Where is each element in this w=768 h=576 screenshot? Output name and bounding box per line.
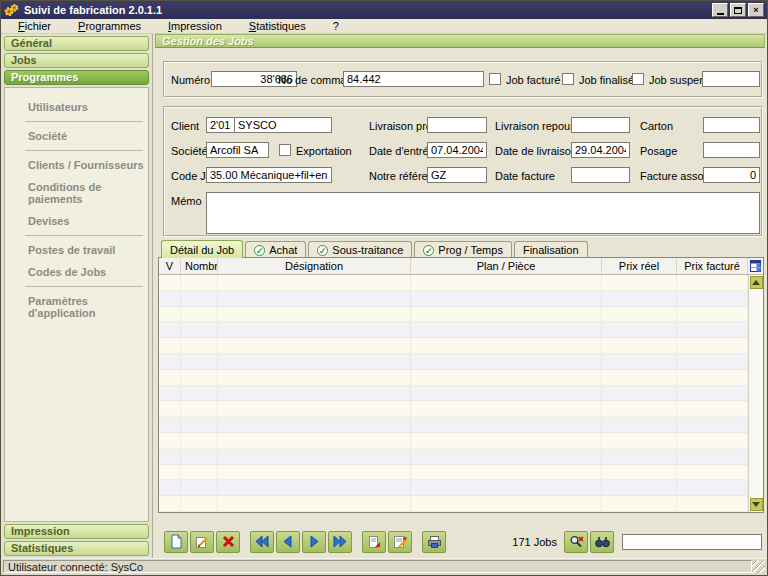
job-finalise-checkbox[interactable] (562, 73, 574, 85)
posage-label: Posage (640, 145, 677, 157)
minimize-button[interactable] (712, 3, 728, 17)
menu-programmes[interactable]: Programmes (69, 19, 150, 33)
menu-help[interactable]: ? (324, 19, 348, 33)
sidebar-separator (25, 286, 143, 287)
table-row[interactable] (159, 496, 748, 512)
societe-field[interactable] (206, 142, 269, 158)
edit-job-button[interactable] (190, 531, 214, 553)
sidebar-item-conditions-paiements[interactable]: Conditions de paiements (5, 176, 148, 210)
double-right-arrow-icon (333, 535, 347, 548)
filter-clear-button[interactable] (564, 531, 588, 553)
cell-designation (218, 480, 411, 496)
maximize-button[interactable] (730, 3, 746, 17)
sidebar-item-utilisateurs[interactable]: Utilisateurs (5, 96, 148, 118)
date-entree-field[interactable] (427, 142, 487, 158)
livraison-repoussee-field[interactable] (571, 117, 630, 133)
cell-designation (218, 275, 411, 291)
cell-plan-piece (411, 275, 602, 291)
scroll-up-button[interactable] (750, 276, 763, 289)
date-facture-field[interactable] (571, 167, 630, 183)
exportation-checkbox[interactable] (279, 144, 291, 156)
table-row[interactable] (159, 417, 748, 433)
delete-job-button[interactable] (216, 531, 240, 553)
report-button[interactable] (388, 531, 412, 553)
menu-statistiques[interactable]: Statistiques (240, 19, 315, 33)
table-row[interactable] (159, 480, 748, 496)
table-row[interactable] (159, 307, 748, 323)
sidebar-section-programmes[interactable]: Programmes (4, 70, 149, 85)
code-job-field[interactable] (206, 167, 332, 183)
cell-prix-reel (602, 480, 677, 496)
no-commande-field[interactable] (343, 71, 484, 87)
print-button[interactable] (422, 531, 446, 553)
sidebar-item-devises[interactable]: Devises (5, 210, 148, 232)
client-name-field[interactable] (234, 117, 332, 133)
new-job-button[interactable] (164, 531, 188, 553)
notre-reference-field[interactable] (427, 167, 487, 183)
close-button[interactable]: × (748, 3, 764, 17)
sidebar-item-clients-fournisseurs[interactable]: Clients / Fournisseurs (5, 154, 148, 176)
tab-finalisation[interactable]: Finalisation (514, 241, 588, 258)
sidebar-item-postes-travail[interactable]: Postes de travail (5, 239, 148, 261)
carton-field[interactable] (703, 117, 760, 133)
table-row[interactable] (159, 386, 748, 402)
cell-plan-piece (411, 354, 602, 370)
tab-prog-temps[interactable]: ✓ Prog / Temps (414, 241, 512, 258)
table-row[interactable] (159, 291, 748, 307)
search-input[interactable] (622, 534, 762, 550)
tab-sous-traitance[interactable]: ✓ Sous-traitance (308, 241, 412, 258)
cell-v (159, 433, 181, 449)
status-bar: Utilisateur connecté: SysCo (1, 558, 767, 575)
flag-extra-field[interactable] (702, 71, 760, 87)
table-row[interactable] (159, 275, 748, 291)
date-livraison-field[interactable] (571, 142, 630, 158)
sidebar-item-parametres-application[interactable]: Paramètres d'application (5, 290, 148, 324)
cell-prix-reel (602, 291, 677, 307)
sidebar-section-general[interactable]: Général (4, 36, 149, 51)
table-row[interactable] (159, 433, 748, 449)
posage-field[interactable] (703, 142, 760, 158)
cell-nombre (181, 354, 218, 370)
table-row[interactable] (159, 338, 748, 354)
cell-nombre (181, 480, 218, 496)
cell-prix-facture (677, 386, 748, 402)
sidebar-item-codes-jobs[interactable]: Codes de Jobs (5, 261, 148, 283)
table-scrollbar[interactable] (748, 275, 763, 512)
sidebar-section-jobs[interactable]: Jobs (4, 53, 149, 68)
scroll-down-button[interactable] (750, 498, 763, 511)
livraison-prevue-field[interactable] (427, 117, 487, 133)
facture-associee-field[interactable] (703, 167, 760, 183)
column-options-button[interactable] (748, 258, 763, 274)
menu-impression[interactable]: Impression (159, 19, 231, 33)
sidebar-item-societe[interactable]: Société (5, 125, 148, 147)
table-row[interactable] (159, 401, 748, 417)
sidebar-section-impression[interactable]: Impression (4, 524, 149, 539)
check-circle-icon: ✓ (317, 245, 328, 256)
notes-button[interactable] (362, 531, 386, 553)
table-row[interactable] (159, 465, 748, 481)
cell-plan-piece (411, 370, 602, 386)
job-suspendu-checkbox[interactable] (632, 73, 644, 85)
tab-detail-du-job[interactable]: Détail du Job (161, 240, 243, 258)
cell-prix-reel (602, 433, 677, 449)
sidebar-section-statistiques[interactable]: Statistiques (4, 541, 149, 556)
job-facture-checkbox[interactable] (489, 73, 501, 85)
table-row[interactable] (159, 322, 748, 338)
tab-achat[interactable]: ✓ Achat (245, 241, 306, 258)
client-code-field[interactable] (206, 117, 235, 133)
tab-label: Finalisation (523, 244, 579, 256)
first-record-button[interactable] (250, 531, 274, 553)
table-row[interactable] (159, 449, 748, 465)
table-row[interactable] (159, 354, 748, 370)
previous-record-button[interactable] (276, 531, 300, 553)
toolbar-right-group: 171 Jobs (512, 531, 762, 553)
memo-field[interactable] (206, 192, 760, 234)
menu-fichier[interactable]: Fichier (9, 19, 60, 33)
resize-grip[interactable] (752, 560, 765, 573)
check-circle-icon: ✓ (254, 245, 265, 256)
last-record-button[interactable] (328, 531, 352, 553)
search-button[interactable] (590, 531, 614, 553)
next-record-button[interactable] (302, 531, 326, 553)
cell-plan-piece (411, 480, 602, 496)
table-row[interactable] (159, 370, 748, 386)
